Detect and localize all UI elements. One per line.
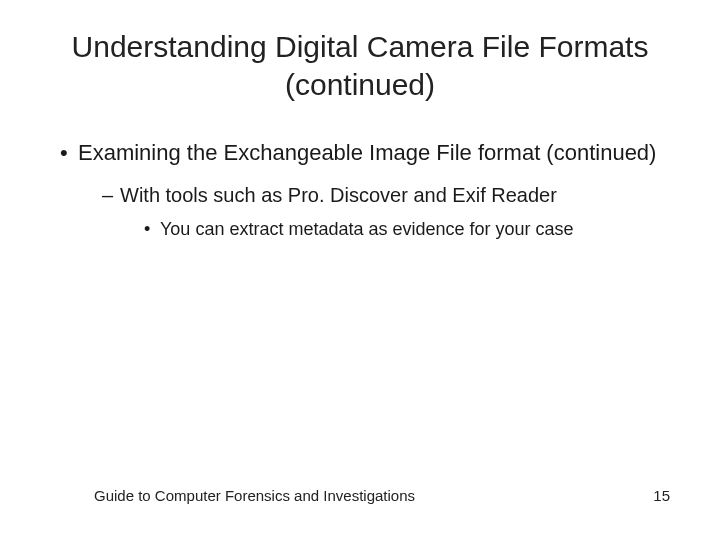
bullet-text: You can extract metadata as evidence for… — [160, 219, 574, 239]
page-number: 15 — [653, 487, 670, 504]
slide-title: Understanding Digital Camera File Format… — [40, 28, 680, 103]
slide: Understanding Digital Camera File Format… — [0, 0, 720, 540]
bullet-level-3: •You can extract metadata as evidence fo… — [144, 218, 680, 241]
bullet-dot-icon: • — [60, 139, 78, 168]
bullet-text: With tools such as Pro. Discover and Exi… — [120, 184, 557, 206]
footer-text: Guide to Computer Forensics and Investig… — [94, 487, 415, 504]
bullet-dash-icon: – — [102, 182, 120, 208]
bullet-dot-icon: • — [144, 218, 160, 241]
bullet-level-2: –With tools such as Pro. Discover and Ex… — [102, 182, 680, 208]
bullet-level-1: •Examining the Exchangeable Image File f… — [60, 139, 680, 168]
bullet-text: Examining the Exchangeable Image File fo… — [78, 140, 656, 165]
